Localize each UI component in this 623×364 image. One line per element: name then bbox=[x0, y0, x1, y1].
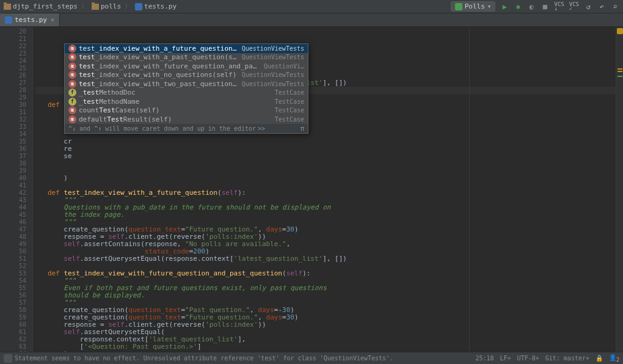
gutter-line-number[interactable]: 37 bbox=[0, 153, 26, 160]
notifications-icon[interactable]: 👤2 bbox=[609, 354, 619, 363]
gutter-line-number[interactable]: 54 bbox=[0, 277, 26, 285]
gutter-line-number[interactable]: 63 bbox=[0, 343, 26, 351]
run-button[interactable]: ▶ bbox=[500, 2, 509, 11]
close-icon[interactable]: × bbox=[51, 16, 54, 23]
gutter-line-number[interactable]: 45 bbox=[0, 211, 26, 219]
gutter-line-number[interactable]: 58 bbox=[0, 307, 26, 314]
vcs-commit-icon[interactable]: VCS✓ bbox=[569, 2, 579, 11]
gutter-line-number[interactable]: 56 bbox=[0, 292, 26, 299]
line-separator[interactable]: LF÷ bbox=[500, 355, 511, 362]
code-line[interactable]: cr bbox=[35, 138, 616, 145]
caret-position[interactable]: 25:18 bbox=[475, 355, 494, 362]
gutter-line-number[interactable]: 32 bbox=[0, 116, 26, 123]
gutter-line-number[interactable]: 59 bbox=[0, 314, 26, 321]
search-button[interactable]: ⌕ bbox=[611, 2, 619, 11]
breadcrumb-item[interactable]: djtp_first_steps bbox=[4, 2, 78, 10]
gutter-line-number[interactable]: 34 bbox=[0, 131, 26, 138]
gutter-line-number[interactable]: 23 bbox=[0, 50, 26, 57]
gutter-line-number[interactable]: 62 bbox=[0, 336, 26, 343]
popup-hint-link[interactable]: >> bbox=[258, 125, 265, 132]
gutter-line-number[interactable]: 25 bbox=[0, 65, 26, 72]
gutter-line-number[interactable]: 21 bbox=[0, 35, 26, 43]
gutter-line-number[interactable]: 43 bbox=[0, 197, 26, 204]
inspection-indicator[interactable] bbox=[617, 28, 623, 34]
gutter-line-number[interactable]: 60 bbox=[0, 321, 26, 329]
run-config-selector[interactable]: Polls ▾ bbox=[451, 1, 496, 12]
stop-button[interactable]: ■ bbox=[541, 2, 549, 11]
gutter-line-number[interactable]: 30 bbox=[0, 101, 26, 109]
gutter-line-number[interactable]: 52 bbox=[0, 263, 26, 270]
gutter-line-number[interactable]: 24 bbox=[0, 57, 26, 65]
popup-pi-icon[interactable]: π bbox=[301, 125, 304, 132]
gutter[interactable]: 2021222324252627282930313233343536373839… bbox=[0, 27, 33, 352]
gutter-line-number[interactable]: 27 bbox=[0, 79, 26, 87]
gutter-line-number[interactable]: 26 bbox=[0, 72, 26, 79]
code-line[interactable] bbox=[35, 167, 616, 175]
autocomplete-item[interactable]: mtest_index_view_with_a_future_question(… bbox=[65, 44, 308, 53]
gutter-line-number[interactable]: 42 bbox=[0, 189, 26, 197]
code-line[interactable]: ['<Question: Past question.>'] bbox=[35, 343, 616, 351]
gutter-line-number[interactable]: 50 bbox=[0, 248, 26, 255]
revert-button[interactable]: ↶ bbox=[597, 2, 606, 11]
tab-tests-py[interactable]: tests.py × bbox=[0, 13, 60, 26]
code-line[interactable]: se bbox=[35, 153, 616, 160]
gutter-line-number[interactable]: 39 bbox=[0, 167, 26, 175]
error-stripe[interactable] bbox=[616, 27, 623, 352]
python-file-icon bbox=[135, 3, 142, 10]
gutter-line-number[interactable]: 28 bbox=[0, 87, 26, 94]
attach-button[interactable]: ◐ bbox=[527, 2, 536, 11]
lock-icon[interactable]: 🔒 bbox=[596, 355, 603, 362]
gutter-line-number[interactable]: 44 bbox=[0, 204, 26, 211]
autocomplete-context: TestCase bbox=[275, 116, 304, 123]
gutter-line-number[interactable]: 61 bbox=[0, 329, 26, 336]
code-line[interactable]: def test_index_view_with_future_question… bbox=[35, 270, 616, 277]
git-branch[interactable]: Git: master÷ bbox=[545, 355, 589, 362]
gutter-line-number[interactable]: 35 bbox=[0, 138, 26, 145]
autocomplete-item[interactable]: mtest_index_view_with_a_past_question(se… bbox=[65, 53, 308, 62]
code-line[interactable]: re bbox=[35, 145, 616, 153]
file-encoding[interactable]: UTF-8÷ bbox=[517, 355, 539, 362]
autocomplete-item[interactable]: mtest_index_view_with_two_past_questions… bbox=[65, 79, 308, 89]
gutter-line-number[interactable]: 41 bbox=[0, 182, 26, 189]
vcs-update-icon[interactable]: VCS↓ bbox=[554, 2, 564, 11]
code-line[interactable]: ) bbox=[35, 175, 616, 182]
code-line[interactable]: self.assertQuerysetEqual(response.contex… bbox=[35, 255, 616, 263]
code-line[interactable]: should be displayed. bbox=[35, 292, 616, 299]
gutter-line-number[interactable]: 33 bbox=[0, 123, 26, 131]
autocomplete-label: test_index_view_with_two_past_questions(… bbox=[79, 80, 238, 88]
autocomplete-popup[interactable]: mtest_index_view_with_a_future_question(… bbox=[64, 43, 308, 134]
gutter-line-number[interactable]: 49 bbox=[0, 241, 26, 248]
autocomplete-item[interactable]: f_testMethodNameTestCase bbox=[65, 97, 308, 106]
gutter-line-number[interactable]: 57 bbox=[0, 299, 26, 307]
gutter-line-number[interactable]: 47 bbox=[0, 226, 26, 233]
code-line[interactable]: def test_index_view_with_a_future_questi… bbox=[35, 189, 616, 197]
autocomplete-label: _testMethodName bbox=[79, 98, 271, 106]
gutter-line-number[interactable]: 53 bbox=[0, 270, 26, 277]
code-line[interactable] bbox=[35, 160, 616, 167]
gutter-line-number[interactable]: 29 bbox=[0, 94, 26, 101]
gutter-line-number[interactable]: 38 bbox=[0, 160, 26, 167]
gutter-line-number[interactable]: 22 bbox=[0, 43, 26, 50]
autocomplete-item[interactable]: mtest_index_view_with_future_question_an… bbox=[65, 62, 308, 71]
gutter-line-number[interactable]: 55 bbox=[0, 285, 26, 292]
autocomplete-item[interactable]: mcountTestCases(self)TestCase bbox=[65, 106, 308, 115]
toolbar-actions: Polls ▾ ▶ ✱ ◐ ■ VCS↓ VCS✓ ↺ ↶ ⌕ bbox=[451, 1, 619, 12]
autocomplete-item[interactable]: mdefaultTestResult(self)TestCase bbox=[65, 115, 308, 124]
status-bar: Statement seems to have no effect. Unres… bbox=[0, 352, 623, 364]
gutter-line-number[interactable]: 31 bbox=[0, 109, 26, 116]
breadcrumb-item[interactable]: tests.py bbox=[135, 2, 177, 10]
autocomplete-context: TestCase bbox=[275, 107, 304, 114]
gutter-line-number[interactable]: 51 bbox=[0, 255, 26, 263]
gutter-line-number[interactable]: 36 bbox=[0, 145, 26, 153]
gutter-line-number[interactable]: 20 bbox=[0, 28, 26, 35]
debug-button[interactable]: ✱ bbox=[514, 2, 522, 11]
autocomplete-item[interactable]: f_testMethodDocTestCase bbox=[65, 89, 308, 98]
gutter-line-number[interactable]: 40 bbox=[0, 175, 26, 182]
gutter-line-number[interactable]: 48 bbox=[0, 233, 26, 241]
tool-window-toggle[interactable] bbox=[4, 354, 12, 363]
history-button[interactable]: ↺ bbox=[584, 2, 592, 11]
breadcrumb-item[interactable]: polls bbox=[92, 2, 121, 10]
autocomplete-item[interactable]: mtest_index_view_with_no_questions(self)… bbox=[65, 71, 308, 80]
gutter-line-number[interactable]: 46 bbox=[0, 219, 26, 226]
code-line[interactable]: the index page. bbox=[35, 211, 616, 219]
